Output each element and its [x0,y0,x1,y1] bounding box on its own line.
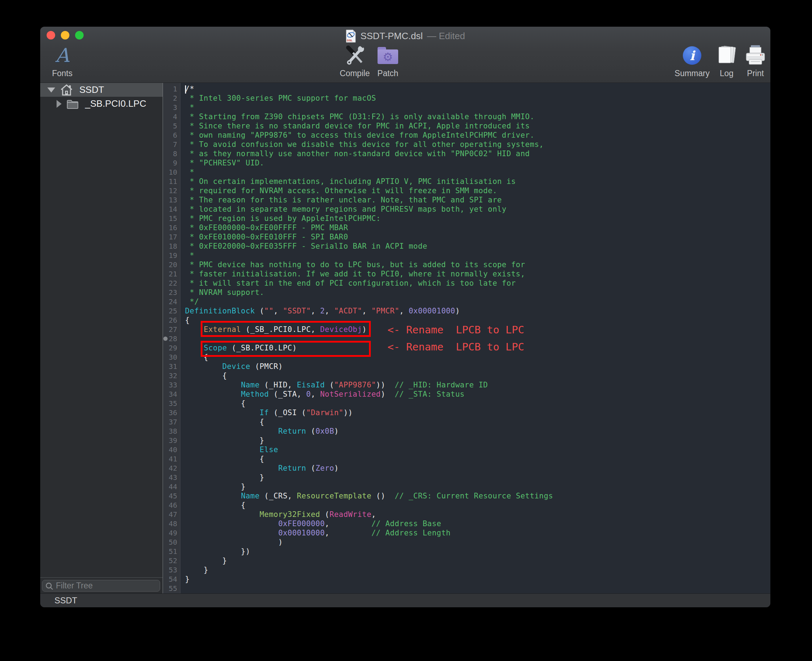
line-number: 5 [163,121,181,131]
code-line[interactable]: 35 { [163,399,770,408]
code-line[interactable]: 38 Return (0x0B) [163,426,770,436]
status-bar: SSDT [40,593,770,607]
code-line[interactable]: 2 * Intel 300-series PMC support for mac… [163,94,770,103]
line-number: 27 [163,325,181,334]
code-line[interactable]: 39 } [163,436,770,445]
disclosure-closed-icon[interactable] [57,100,62,108]
code-line[interactable]: 24 */ [163,297,770,306]
code-lines: 1/*2 * Intel 300-series PMC support for … [163,84,770,593]
code-line[interactable]: 48 0xFE000000, // Address Base [163,519,770,528]
line-number: 20 [163,260,181,269]
code-line-text: }) [181,547,770,556]
code-line[interactable]: 43 } [163,473,770,482]
code-line[interactable]: 34 Method (_STA, 0, NotSerialized) // _S… [163,390,770,399]
code-line[interactable]: 36 If (_OSI ("Darwin")) [163,408,770,417]
code-line[interactable]: 53 } [163,565,770,575]
sidebar-item-sb-pci0-lpc[interactable]: _SB.PCI0.LPC [40,97,163,111]
code-line[interactable]: 3 * [163,103,770,112]
code-line-text: * NVRAM support. [181,288,770,297]
code-line-text: Name (_HID, EisaId ("APP9876")) // _HID:… [181,380,770,390]
line-number: 46 [163,501,181,510]
code-line[interactable]: 15 * PMC region is used by AppleIntelPCH… [163,214,770,223]
print-button[interactable]: Print [729,45,770,78]
code-line-text: ) [181,538,770,547]
disclosure-open-icon[interactable] [47,88,55,93]
code-line-text: * Starting from Z390 chipsets PMC (D31:F… [181,112,770,121]
main-content: SSDT _SB.PCI0.LPC [40,83,770,593]
code-line[interactable]: 1/* [163,84,770,94]
code-line[interactable]: 17 * 0xFE010000~0xFE010FFF - SPI BAR0 [163,232,770,241]
app-window: DSL SSDT-PMC.dsl — Edited A Fonts [40,27,770,607]
code-line[interactable]: 37 { [163,417,770,426]
text-caret [185,85,186,94]
sidebar-tree-pane: SSDT _SB.PCI0.LPC [40,83,163,593]
code-line[interactable]: 25DefinitionBlock ("", "SSDT", 2, "ACDT"… [163,306,770,316]
code-line[interactable]: 51 }) [163,547,770,556]
sidebar-item-ssdt[interactable]: SSDT [40,83,163,97]
code-line[interactable]: 49 0x00010000, // Address Length [163,528,770,538]
code-line[interactable]: 55 [163,584,770,593]
code-line-text: */ [181,297,770,306]
code-line-text: { [181,454,770,463]
code-line[interactable]: 54} [163,575,770,584]
fonts-button[interactable]: A Fonts [40,45,89,78]
code-line-text: * required for NVRAM access. Otherwise i… [181,186,770,195]
line-number: 35 [163,399,181,408]
code-line[interactable]: 33 Name (_HID, EisaId ("APP9876")) // _H… [163,380,770,390]
code-line[interactable]: 9 * "PCHRESV" UID. [163,158,770,168]
code-line[interactable]: 52 } [163,556,770,565]
line-number: 24 [163,297,181,306]
code-line[interactable]: 40 Else [163,445,770,454]
code-line[interactable]: 8 * as they normally use another non-sta… [163,149,770,158]
code-line[interactable]: 10 * [163,168,770,177]
code-line[interactable]: 7 * To avoid confusion we disable this d… [163,140,770,149]
line-number: 9 [163,158,181,168]
code-line[interactable]: 12 * required for NVRAM access. Otherwis… [163,186,770,195]
code-line[interactable]: 22 * it will start in the end of PCI con… [163,279,770,288]
code-line-text: } [181,482,770,491]
code-line-text: * Since there is no standard device for … [181,121,770,131]
titlebar: DSL SSDT-PMC.dsl — Edited [40,30,770,42]
code-line-text: * PMC device has nothing to do to LPC bu… [181,260,770,269]
filter-tree-input[interactable] [56,580,158,591]
code-line[interactable]: 6 * own naming "APP9876" to access this … [163,131,770,140]
code-line-text: * faster initialisation. If we add it to… [181,269,770,279]
code-line[interactable]: 18 * 0xFE020000~0xFE035FFF - SerialIo BA… [163,241,770,251]
code-line[interactable]: 13 * The reason for this is rather uncle… [163,195,770,204]
rename-annotation-2: <- Rename LPCB to LPC [387,341,524,353]
code-line-text: } [181,575,770,584]
patch-button[interactable]: ⚙ Patch [361,45,414,78]
line-number: 44 [163,482,181,491]
code-line[interactable]: 23 * NVRAM support. [163,288,770,297]
line-number: 43 [163,473,181,482]
code-line-text: * To avoid confusion we disable this dev… [181,140,770,149]
code-line[interactable]: 50 ) [163,538,770,547]
code-line-text: { [181,417,770,426]
line-number: 7 [163,140,181,149]
line-number: 42 [163,463,181,473]
line-number: 26 [163,316,181,325]
code-line[interactable]: 32 { [163,371,770,380]
line-number: 34 [163,390,181,399]
code-line[interactable]: 16 * 0xFE000000~0xFE00FFFF - PMC MBAR [163,223,770,232]
code-line[interactable]: 11 * On certain implementations, includi… [163,177,770,186]
code-line[interactable]: 45 Name (_CRS, ResourceTemplate () // _C… [163,491,770,501]
code-line[interactable]: 44 } [163,482,770,491]
code-line[interactable]: 5 * Since there is no standard device fo… [163,121,770,131]
code-line[interactable]: 19 * [163,251,770,260]
code-line[interactable]: 4 * Starting from Z390 chipsets PMC (D31… [163,112,770,121]
code-line[interactable]: 46 { [163,501,770,510]
code-editor[interactable]: 1/*2 * Intel 300-series PMC support for … [163,83,770,593]
code-line[interactable]: 14 * located in separate memory regions … [163,204,770,214]
line-number: 55 [163,584,181,593]
code-line[interactable]: 20 * PMC device has nothing to do to LPC… [163,260,770,269]
svg-text:DSL: DSL [347,39,353,42]
code-line[interactable]: 42 Return (Zero) [163,463,770,473]
line-number: 8 [163,149,181,158]
code-line[interactable]: 21 * faster initialisation. If we add it… [163,269,770,279]
status-path: SSDT [54,596,77,605]
line-number: 33 [163,380,181,390]
code-line[interactable]: 41 { [163,454,770,463]
code-line[interactable]: 47 Memory32Fixed (ReadWrite, [163,510,770,519]
code-line[interactable]: 31 Device (PMCR) [163,362,770,371]
